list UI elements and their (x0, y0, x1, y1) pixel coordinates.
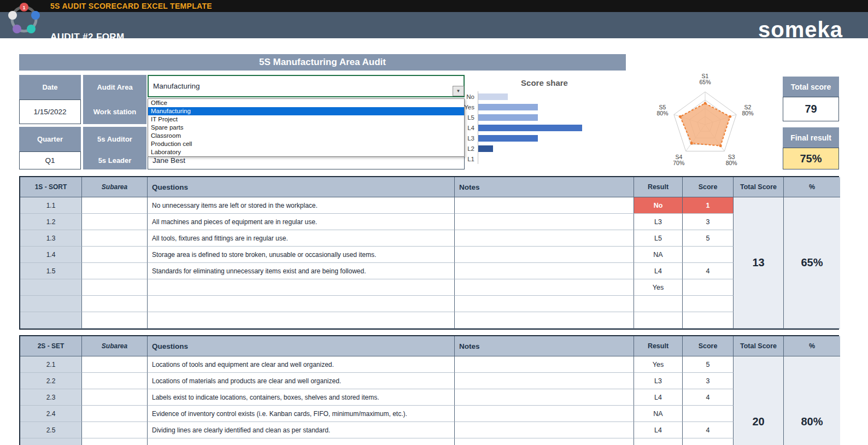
result-cell[interactable] (634, 438, 683, 445)
subarea-cell[interactable] (82, 263, 148, 279)
score-cell[interactable]: 4 (683, 422, 734, 438)
score-cell[interactable]: 4 (683, 389, 734, 406)
score-cell[interactable]: 5 (683, 230, 734, 247)
section-header-label: 2S - SET (20, 336, 82, 356)
score-share-bar-row: L4 (459, 122, 630, 133)
quarter-label: Quarter (19, 127, 81, 151)
question-cell[interactable]: Locations of tools and equipment are cle… (148, 356, 455, 373)
question-cell[interactable]: Dividing lines are clearly identified an… (148, 422, 455, 438)
subarea-cell[interactable] (82, 438, 148, 445)
notes-cell[interactable] (455, 438, 634, 445)
score-share-bar-row: L1 (459, 154, 630, 164)
dropdown-option[interactable]: Classroom (148, 132, 464, 140)
result-cell[interactable]: Yes (634, 356, 683, 373)
notes-cell[interactable] (455, 406, 634, 422)
score-cell[interactable] (683, 406, 734, 422)
result-cell[interactable] (634, 312, 683, 329)
subarea-cell[interactable] (82, 312, 148, 329)
question-cell[interactable]: No unnecessary items are left or stored … (148, 197, 455, 214)
total-score-label: Total score (783, 77, 839, 97)
result-cell[interactable] (634, 296, 683, 312)
section-percent-cell: 65% (784, 197, 840, 329)
sheet-title: 5S Manufacturing Area Audit (19, 54, 626, 71)
audit-area-dropdown[interactable]: Manufacturing (148, 75, 465, 97)
subarea-cell[interactable] (82, 406, 148, 422)
subarea-cell[interactable] (82, 373, 148, 389)
result-cell[interactable]: L3 (634, 373, 683, 389)
dropdown-option[interactable]: Production cell (148, 140, 464, 148)
result-cell[interactable]: Yes (634, 279, 683, 296)
dropdown-option[interactable]: IT Project (148, 115, 464, 124)
score-cell[interactable]: 3 (683, 214, 734, 230)
dropdown-option[interactable]: Laboratory (148, 148, 464, 156)
subarea-cell[interactable] (82, 214, 148, 230)
notes-cell[interactable] (455, 247, 634, 263)
score-cell[interactable] (683, 296, 734, 312)
question-cell[interactable] (148, 438, 455, 445)
question-cell[interactable] (148, 312, 455, 329)
notes-cell[interactable] (455, 197, 634, 214)
question-cell[interactable]: Evidence of inventory control exists (i.… (148, 406, 455, 422)
result-cell[interactable]: L4 (634, 422, 683, 438)
score-cell[interactable]: 5 (683, 356, 734, 373)
notes-cell[interactable] (455, 389, 634, 406)
dropdown-arrow-button[interactable]: ▼ (453, 86, 464, 96)
score-column-header: Score (683, 177, 734, 197)
question-cell[interactable]: All machines and pieces of equipment are… (148, 214, 455, 230)
radar-axis-label: S165% (699, 73, 711, 85)
subarea-cell[interactable] (82, 230, 148, 247)
dropdown-option[interactable]: Spare parts (148, 124, 464, 132)
score-cell[interactable] (683, 279, 734, 296)
subarea-cell[interactable] (82, 422, 148, 438)
subarea-cell[interactable] (82, 389, 148, 406)
app-logo-icon: 1 (7, 2, 41, 36)
score-cell[interactable] (683, 247, 734, 263)
score-cell[interactable]: 4 (683, 263, 734, 279)
result-cell[interactable]: L4 (634, 389, 683, 406)
subarea-cell[interactable] (82, 296, 148, 312)
score-share-bar-area (478, 154, 630, 164)
score-share-bar-area (478, 122, 630, 133)
result-cell[interactable]: L4 (634, 263, 683, 279)
score-cell[interactable]: 1 (683, 197, 734, 214)
score-cell[interactable]: 3 (683, 373, 734, 389)
notes-cell[interactable] (455, 263, 634, 279)
result-cell[interactable]: No (634, 197, 683, 214)
notes-cell[interactable] (455, 214, 634, 230)
result-cell[interactable]: NA (634, 247, 683, 263)
question-cell[interactable]: All tools, fixtures and fittings are in … (148, 230, 455, 247)
total-score-column-header: Total Score (734, 177, 784, 197)
score-share-bar-row: L2 (459, 143, 630, 154)
notes-cell[interactable] (455, 373, 634, 389)
notes-cell[interactable] (455, 230, 634, 247)
header-bar: AUDIT #2 FORM someka (0, 12, 868, 38)
dropdown-option[interactable]: Manufacturing (148, 107, 464, 115)
question-cell[interactable]: Locations of materials and products are … (148, 373, 455, 389)
subarea-column-header: Subarea (82, 336, 148, 356)
dropdown-option[interactable]: Office (148, 99, 464, 107)
question-cell[interactable] (148, 279, 455, 296)
date-value-cell[interactable]: 1/15/2022 (19, 99, 81, 124)
subarea-cell[interactable] (82, 197, 148, 214)
subarea-cell[interactable] (82, 247, 148, 263)
question-cell[interactable]: Storage area is defined to store broken,… (148, 247, 455, 263)
quarter-value-cell[interactable]: Q1 (19, 151, 81, 169)
row-id-cell: 1.3 (20, 230, 82, 247)
result-cell[interactable]: L3 (634, 214, 683, 230)
subarea-cell[interactable] (82, 356, 148, 373)
notes-cell[interactable] (455, 356, 634, 373)
score-cell[interactable] (683, 438, 734, 445)
notes-cell[interactable] (455, 312, 634, 329)
question-cell[interactable]: Standards for eliminating unnecessary it… (148, 263, 455, 279)
notes-cell[interactable] (455, 296, 634, 312)
notes-cell[interactable] (455, 279, 634, 296)
subarea-cell[interactable] (82, 279, 148, 296)
question-cell[interactable]: Labels exist to indicate locations, cont… (148, 389, 455, 406)
result-cell[interactable]: NA (634, 406, 683, 422)
row-id-cell: 1.1 (20, 197, 82, 214)
score-cell[interactable] (683, 312, 734, 329)
notes-cell[interactable] (455, 422, 634, 438)
row-id-cell: 2.1 (20, 356, 82, 373)
question-cell[interactable] (148, 296, 455, 312)
result-cell[interactable]: L5 (634, 230, 683, 247)
